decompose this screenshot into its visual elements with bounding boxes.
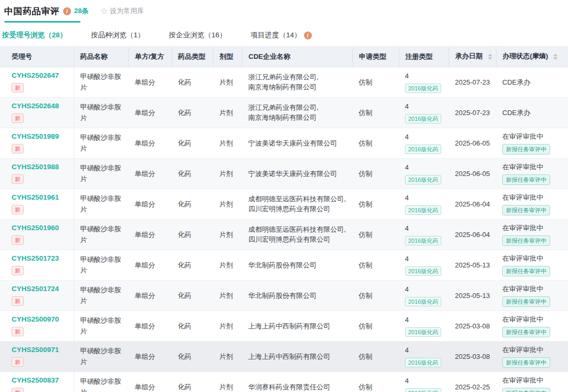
column-label: 受理号 bbox=[12, 53, 32, 60]
company-line: 南京海纳制药有限公司 bbox=[248, 112, 348, 122]
table-row[interactable]: CYHS2501961新甲磺酸沙非胺片单组分化药片剂成都明德至远医药科技有限公司… bbox=[0, 189, 568, 219]
registration-badge: 2016版化药 bbox=[405, 84, 441, 93]
acceptance-no-link[interactable]: CYHS2500971 bbox=[12, 345, 69, 355]
acceptance-cell: CYHS2501724新 bbox=[0, 280, 74, 311]
column-header-status[interactable]: 办理状态(摩熵) bbox=[496, 47, 568, 67]
table-header-row: 受理号药品名称单方/复方药品类型剂型CDE企业名称申请类型注册类型承办日期办理状… bbox=[0, 47, 568, 67]
info-icon[interactable]: i bbox=[304, 32, 312, 39]
column-label: 药品名称 bbox=[80, 53, 108, 60]
composition-cell: 单组分 bbox=[128, 158, 171, 189]
table-row[interactable]: CYHS2501988新甲磺酸沙非胺片单组分化药片剂宁波美诺华天康药业有限公司仿… bbox=[0, 158, 568, 189]
table-row[interactable]: CYHS2501724新甲磺酸沙非胺片单组分化药片剂华北制药股份有限公司仿制42… bbox=[0, 280, 568, 311]
acceptance-no-link[interactable]: CYHS2501724 bbox=[12, 284, 69, 294]
table-row[interactable]: CYHS2501723新甲磺酸沙非胺片单组分化药片剂华北制药股份有限公司仿制42… bbox=[0, 250, 568, 280]
company-line: 浙江兄弟药业有限公司, bbox=[248, 102, 348, 112]
acceptance-cell: CYHS2500971新 bbox=[0, 341, 74, 372]
acceptance-cell: CYHS2501961新 bbox=[0, 189, 74, 219]
acceptance-no-link[interactable]: CYHS2502647 bbox=[12, 71, 69, 80]
drug-name-cell: 甲磺酸沙非胺片 bbox=[74, 97, 128, 128]
info-icon[interactable]: i bbox=[63, 7, 71, 15]
dosage-form-cell: 片剂 bbox=[213, 372, 242, 392]
drug-type-cell: 化药 bbox=[171, 219, 213, 250]
composition-cell: 单组分 bbox=[128, 128, 171, 158]
date-cell: 2025-03-08 bbox=[449, 341, 496, 372]
new-badge: 新 bbox=[12, 174, 24, 184]
company-line: 成都明德至远医药科技有限公司, bbox=[248, 194, 348, 204]
tab-by-variety[interactable]: 按品种浏览（1） bbox=[91, 30, 145, 40]
column-header-date[interactable]: 承办日期 bbox=[449, 47, 496, 67]
status-text: 在审评审批中 bbox=[502, 253, 564, 263]
composition-cell: 单组分 bbox=[128, 219, 171, 250]
registration-type-value: 4 bbox=[405, 101, 444, 111]
tab-by-company[interactable]: 按企业浏览（16） bbox=[169, 30, 227, 40]
status-cell: 在审评审批中新报任务审评中 bbox=[496, 128, 568, 158]
new-badge: 新 bbox=[12, 205, 24, 214]
composition-cell: 单组分 bbox=[128, 189, 171, 219]
acceptance-cell: CYHS2502647新 bbox=[0, 67, 74, 97]
date-cell: 2025-05-13 bbox=[449, 250, 496, 280]
date-cell: 2025-06-05 bbox=[449, 158, 496, 189]
company-line: 四川宏明博思药业有限公司 bbox=[248, 234, 348, 244]
table-row[interactable]: CYHS2500971新甲磺酸沙非胺片单组分化药片剂上海上药中西制药有限公司仿制… bbox=[0, 341, 568, 372]
status-cell: 在审评审批中新报任务审评中 bbox=[496, 311, 568, 341]
company-cell: 华北制药股份有限公司 bbox=[242, 250, 352, 280]
status-text: 在审评审批中 bbox=[502, 284, 564, 294]
table-row[interactable]: CYHS2500837新甲磺酸沙非胺片单组分化药片剂华润赛科药业有限责任公司仿制… bbox=[0, 372, 568, 392]
record-count: 28条 bbox=[74, 6, 88, 16]
composition-cell: 单组分 bbox=[128, 341, 171, 372]
registration-badge: 2016版化药 bbox=[405, 175, 441, 184]
new-badge: 新 bbox=[12, 357, 24, 367]
acceptance-cell: CYHS2501960新 bbox=[0, 219, 74, 250]
company-cell: 成都明德至远医药科技有限公司,四川宏明博思药业有限公司 bbox=[242, 219, 352, 250]
new-badge: 新 bbox=[12, 144, 24, 153]
sort-icon[interactable] bbox=[488, 51, 492, 62]
drug-type-cell: 化药 bbox=[171, 97, 213, 128]
table-row[interactable]: CYHS2502647新甲磺酸沙非胺片单组分化药片剂浙江兄弟药业有限公司,南京海… bbox=[0, 67, 568, 97]
acceptance-no-link[interactable]: CYHS2501988 bbox=[12, 162, 69, 172]
company-line: 华北制药股份有限公司 bbox=[248, 291, 348, 301]
registration-badge: 2016版化药 bbox=[405, 114, 441, 123]
registration-badge: 2016版化药 bbox=[405, 205, 441, 215]
drug-name-cell: 甲磺酸沙非胺片 bbox=[74, 158, 128, 189]
table-row[interactable]: CYHS2501960新甲磺酸沙非胺片单组分化药片剂成都明德至远医药科技有限公司… bbox=[0, 219, 568, 250]
company-line: 宁波美诺华天康药业有限公司 bbox=[248, 169, 348, 179]
registration-type-value: 4 bbox=[405, 284, 444, 294]
drug-name-cell: 甲磺酸沙非胺片 bbox=[74, 341, 128, 372]
table-row[interactable]: CYHS2502648新甲磺酸沙非胺片单组分化药片剂浙江兄弟药业有限公司,南京海… bbox=[0, 97, 568, 128]
registration-badge: 2016版化药 bbox=[405, 266, 441, 276]
acceptance-no-link[interactable]: CYHS2500970 bbox=[12, 315, 69, 324]
status-text: CDE承办 bbox=[502, 108, 564, 118]
table-row[interactable]: CYHS2500970新甲磺酸沙非胺片单组分化药片剂上海上药中西制药有限公司仿制… bbox=[0, 311, 568, 341]
application-type-cell: 仿制 bbox=[352, 280, 399, 311]
acceptance-no-link[interactable]: CYHS2500837 bbox=[12, 376, 69, 385]
table-row[interactable]: CYHS2501989新甲磺酸沙非胺片单组分化药片剂宁波美诺华天康药业有限公司仿… bbox=[0, 128, 568, 158]
company-line: 上海上药中西制药有限公司 bbox=[248, 321, 348, 331]
tab-bar: 按受理号浏览（28）按品种浏览（1）按企业浏览（16）项目进度（14）i bbox=[0, 23, 568, 46]
acceptance-no-link[interactable]: CYHS2501961 bbox=[12, 193, 69, 202]
acceptance-no-link[interactable]: CYHS2501989 bbox=[12, 132, 69, 141]
acceptance-no-link[interactable]: CYHS2501960 bbox=[12, 223, 69, 233]
date-cell: 2025-06-04 bbox=[449, 219, 496, 250]
registration-type-value: 4 bbox=[405, 376, 444, 386]
drug-name-cell: 甲磺酸沙非胺片 bbox=[74, 189, 128, 219]
favorite-toggle[interactable]: ☆ 设为常用库 bbox=[100, 6, 144, 16]
tab-progress[interactable]: 项目进度（14）i bbox=[251, 30, 312, 40]
sort-icon[interactable] bbox=[553, 51, 557, 62]
registration-type-cell: 42016版化药 bbox=[399, 189, 449, 219]
acceptance-no-link[interactable]: CYHS2501723 bbox=[12, 254, 69, 263]
results-table: 受理号药品名称单方/复方药品类型剂型CDE企业名称申请类型注册类型承办日期办理状… bbox=[0, 47, 568, 392]
sort-desc-caret bbox=[553, 57, 557, 62]
composition-cell: 单组分 bbox=[128, 311, 171, 341]
tab-by-acceptance[interactable]: 按受理号浏览（28） bbox=[2, 30, 67, 40]
registration-type-value: 4 bbox=[405, 254, 444, 264]
drug-name-cell: 甲磺酸沙非胺片 bbox=[74, 67, 128, 97]
status-badge: 新报任务审评中 bbox=[502, 357, 550, 368]
company-cell: 上海上药中西制药有限公司 bbox=[242, 311, 352, 341]
registration-type-cell: 42016版化药 bbox=[399, 67, 449, 97]
drug-type-cell: 化药 bbox=[171, 189, 213, 219]
registration-type-value: 4 bbox=[405, 345, 444, 355]
company-cell: 成都明德至远医药科技有限公司,四川宏明博思药业有限公司 bbox=[242, 189, 352, 219]
drug-type-cell: 化药 bbox=[171, 372, 213, 392]
company-line: 成都明德至远医药科技有限公司, bbox=[248, 224, 348, 234]
acceptance-no-link[interactable]: CYHS2502648 bbox=[12, 101, 69, 111]
